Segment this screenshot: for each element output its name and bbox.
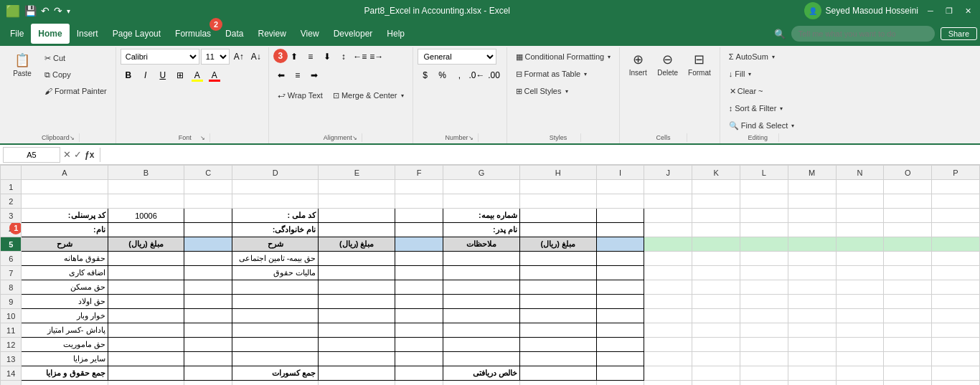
cell-b13[interactable] (108, 352, 184, 366)
cell-c8[interactable] (184, 280, 232, 295)
cell-o4[interactable] (884, 223, 932, 237)
cell-a12[interactable]: حق ماموریت (22, 338, 108, 352)
cell-k9[interactable] (692, 295, 740, 309)
autosum-button[interactable]: Σ AutoSum ▾ (725, 49, 798, 65)
cell-d1[interactable] (232, 180, 319, 194)
cell-e8[interactable] (319, 280, 395, 295)
cell-m9[interactable] (788, 295, 836, 309)
cell-o1[interactable] (884, 180, 932, 194)
cell-e11[interactable] (319, 323, 395, 338)
cell-b3[interactable]: 10006 (108, 209, 184, 223)
cell-a11[interactable]: پاداش -کسر امتیاز (22, 323, 108, 338)
cell-i12[interactable] (596, 338, 644, 352)
cell-a9[interactable]: حق اولاد (22, 295, 108, 309)
cell-m10[interactable] (788, 309, 836, 323)
cell-k13[interactable] (692, 352, 740, 366)
cell-g7[interactable] (443, 266, 520, 280)
cell-p11[interactable] (932, 323, 980, 338)
cell-j5[interactable] (644, 237, 692, 252)
cell-e5[interactable]: مبلغ (ریال) (319, 237, 395, 252)
menu-view[interactable]: View (293, 24, 326, 44)
cell-e12[interactable] (319, 338, 395, 352)
cell-p3[interactable] (932, 209, 980, 223)
cell-i11[interactable] (596, 323, 644, 338)
cell-l6[interactable] (740, 252, 788, 266)
cell-e7[interactable] (319, 266, 395, 280)
cell-p8[interactable] (932, 280, 980, 295)
cell-h8[interactable] (519, 280, 596, 295)
cell-m12[interactable] (788, 338, 836, 352)
cell-b14[interactable] (108, 366, 184, 381)
cell-l9[interactable] (740, 295, 788, 309)
cell-c15[interactable] (184, 381, 232, 386)
cell-k15[interactable] (692, 381, 740, 386)
col-header-o[interactable]: O (884, 166, 932, 180)
cell-f5[interactable] (395, 237, 443, 252)
col-header-n[interactable]: N (836, 166, 884, 180)
cell-m14[interactable] (788, 366, 836, 381)
cell-h1[interactable] (519, 180, 596, 194)
cell-o3[interactable] (884, 209, 932, 223)
paste-button[interactable]: 📋 Paste (6, 49, 39, 81)
cell-g12[interactable] (443, 338, 520, 352)
cell-o6[interactable] (884, 252, 932, 266)
borders-button[interactable]: ⊞ (172, 67, 188, 83)
cell-p10[interactable] (932, 309, 980, 323)
cell-f7[interactable] (395, 266, 443, 280)
cell-f12[interactable] (395, 338, 443, 352)
cell-j15[interactable] (644, 381, 692, 386)
cell-b5[interactable]: مبلغ (ریال) (108, 237, 184, 252)
cell-b10[interactable] (108, 309, 184, 323)
cell-f11[interactable] (395, 323, 443, 338)
col-header-b[interactable]: B (108, 166, 184, 180)
cell-l1[interactable] (740, 180, 788, 194)
cell-e13[interactable] (319, 352, 395, 366)
cell-j8[interactable] (644, 280, 692, 295)
cell-d7[interactable]: مالیات حقوق (232, 266, 319, 280)
alignment-expand-icon[interactable]: ↘ (352, 135, 357, 141)
cell-n15[interactable] (836, 381, 884, 386)
cell-k1[interactable] (692, 180, 740, 194)
cell-h13[interactable] (519, 352, 596, 366)
col-header-a[interactable]: A (22, 166, 108, 180)
cell-c2[interactable] (184, 194, 232, 209)
cell-g9[interactable] (443, 295, 520, 309)
cell-a6[interactable]: حقوق ماهانه (22, 252, 108, 266)
cell-d12[interactable] (232, 338, 319, 352)
cell-b15[interactable] (108, 381, 184, 386)
cell-p9[interactable] (932, 295, 980, 309)
cell-g8[interactable] (443, 280, 520, 295)
cell-c5[interactable] (184, 237, 232, 252)
cell-d2[interactable] (232, 194, 319, 209)
minimize-button[interactable]: ─ (924, 4, 937, 17)
customize-qat-icon[interactable]: ▾ (67, 7, 70, 15)
cell-f8[interactable] (395, 280, 443, 295)
number-expand-icon[interactable]: ↘ (468, 135, 473, 141)
cell-l11[interactable] (740, 323, 788, 338)
menu-data[interactable]: Data (218, 24, 250, 44)
decrease-decimal-button[interactable]: .0← (469, 67, 485, 83)
cell-h11[interactable] (519, 323, 596, 338)
cell-b8[interactable] (108, 280, 184, 295)
cell-k2[interactable] (692, 194, 740, 209)
font-expand-icon[interactable]: ↘ (200, 135, 205, 141)
font-family-select[interactable]: Calibri (121, 49, 199, 65)
cell-i14[interactable] (596, 366, 644, 381)
cell-a8[interactable]: حق مسکن (22, 280, 108, 295)
cell-i6[interactable] (596, 252, 644, 266)
cell-i13[interactable] (596, 352, 644, 366)
cell-f9[interactable] (395, 295, 443, 309)
cell-i15[interactable] (596, 381, 644, 386)
formula-input[interactable] (103, 147, 977, 163)
cell-m5[interactable] (788, 237, 836, 252)
confirm-formula-icon[interactable]: ✓ (74, 149, 82, 160)
cell-m4[interactable] (788, 223, 836, 237)
cell-f2[interactable] (395, 194, 443, 209)
align-bottom-button[interactable]: ⬇ (319, 49, 335, 65)
cell-e2[interactable] (319, 194, 395, 209)
cell-f15[interactable] (395, 381, 443, 386)
col-header-h[interactable]: H (519, 166, 596, 180)
cell-j7[interactable] (644, 266, 692, 280)
cell-d15[interactable] (232, 381, 319, 386)
cell-a5[interactable]: شرح (22, 237, 108, 252)
